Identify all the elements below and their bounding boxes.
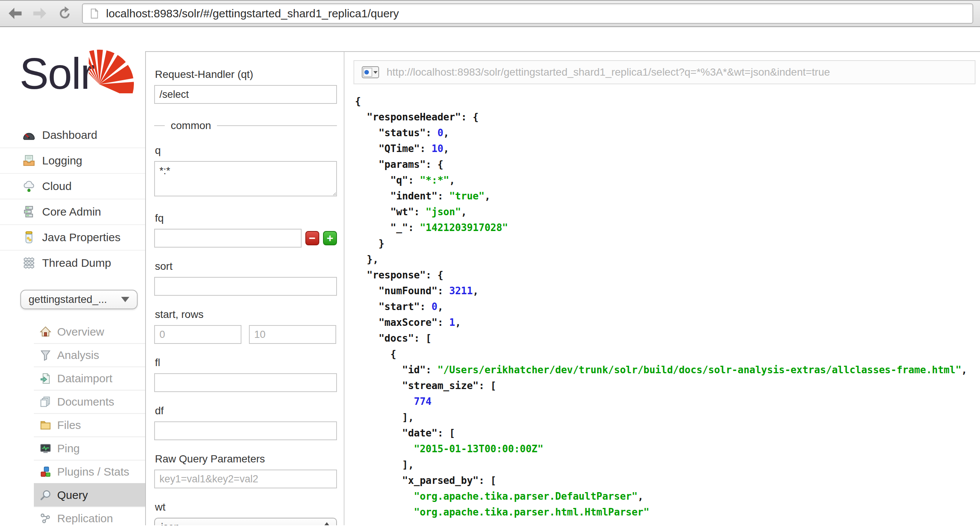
remove-fq-button[interactable]: −	[305, 231, 319, 245]
documents-icon	[40, 396, 51, 408]
fq-label: fq	[155, 212, 337, 224]
sidebar-item-label: Thread Dump	[42, 257, 111, 269]
core-item-files[interactable]: Files	[34, 413, 145, 437]
fq-input[interactable]	[154, 229, 302, 247]
sidebar-item-dashboard[interactable]: Dashboard	[0, 123, 145, 148]
replication-icon	[40, 513, 51, 524]
page-favicon-icon	[89, 8, 100, 19]
core-item-label: Query	[57, 489, 88, 502]
wt-label: wt	[155, 501, 337, 513]
plugins-icon	[40, 466, 51, 477]
core-item-query[interactable]: Query	[34, 483, 145, 507]
add-fq-button[interactable]: +	[323, 231, 337, 245]
overview-icon	[40, 326, 51, 338]
analysis-icon	[40, 349, 51, 361]
sort-input[interactable]	[154, 277, 337, 296]
core-item-plugins-stats[interactable]: Plugins / Stats	[34, 460, 145, 483]
core-item-ping[interactable]: Ping	[34, 437, 145, 460]
request-handler-input[interactable]	[154, 85, 337, 104]
browser-url-bar[interactable]: localhost:8983/solr/#/gettingstarted_sha…	[82, 3, 973, 24]
sidebar: Solr DashboardLoggingCloudCore AdminJava…	[0, 27, 145, 525]
core-item-label: Analysis	[57, 349, 99, 362]
forward-arrow-icon	[33, 7, 47, 20]
sidebar-item-core-admin[interactable]: Core Admin	[0, 199, 145, 224]
request-handler-label: Request-Handler (qt)	[155, 69, 337, 81]
solr-admin-window: localhost:8983/solr/#/gettingstarted_sha…	[0, 0, 980, 526]
wt-select[interactable]: json	[154, 518, 337, 525]
cloud-icon	[22, 180, 35, 193]
sidebar-main-nav: DashboardLoggingCloudCore AdminJava Prop…	[0, 123, 145, 276]
browser-forward-button[interactable]	[30, 4, 49, 23]
browser-url-text: localhost:8983/solr/#/gettingstarted_sha…	[106, 7, 399, 20]
sidebar-item-logging[interactable]: Logging	[0, 148, 145, 173]
browser-chrome: localhost:8983/solr/#/gettingstarted_sha…	[0, 0, 980, 27]
wt-select-value: json	[161, 521, 323, 526]
start-rows-label: start, rows	[155, 309, 337, 320]
fl-label: fl	[155, 357, 337, 369]
logging-icon	[22, 154, 35, 167]
reload-icon	[57, 6, 72, 21]
chevron-down-icon	[121, 297, 129, 302]
query-icon	[40, 489, 51, 501]
sidebar-item-cloud[interactable]: Cloud	[0, 173, 145, 199]
core-item-overview[interactable]: Overview	[34, 320, 145, 343]
json-response: { "responseHeader": { "status": 0, "QTim…	[355, 93, 975, 520]
browser-back-button[interactable]	[5, 4, 25, 23]
core-item-label: Overview	[57, 325, 104, 338]
select-arrows-icon	[323, 521, 330, 525]
solr-admin-page: Solr DashboardLoggingCloudCore AdminJava…	[0, 27, 980, 525]
sort-label: sort	[155, 260, 337, 273]
sidebar-item-java-properties[interactable]: Java Properties	[0, 224, 145, 250]
sidebar-item-label: Cloud	[42, 180, 72, 193]
core-item-label: Dataimport	[57, 372, 113, 385]
sidebar-item-label: Dashboard	[42, 129, 97, 142]
request-url-bar[interactable]: http://localhost:8983/solr/gettingstarte…	[353, 60, 975, 84]
rows-input[interactable]	[249, 325, 336, 344]
core-item-label: Ping	[57, 442, 80, 455]
thread-dump-icon	[22, 257, 35, 269]
files-icon	[40, 419, 51, 431]
sidebar-item-label: Logging	[42, 154, 82, 167]
fl-input[interactable]	[154, 373, 337, 392]
query-form: Request-Handler (qt) common q *:* fq − +…	[146, 52, 344, 525]
request-url-text: http://localhost:8983/solr/gettingstarte…	[387, 66, 830, 78]
core-item-label: Files	[57, 419, 81, 432]
core-item-replication[interactable]: Replication	[34, 507, 145, 526]
q-label: q	[155, 145, 337, 156]
ping-icon	[40, 443, 51, 454]
core-item-label: Documents	[57, 395, 115, 408]
core-item-dataimport[interactable]: Dataimport	[34, 367, 145, 390]
common-section-legend: common	[154, 120, 337, 132]
q-textarea[interactable]: *:*	[154, 161, 337, 196]
back-arrow-icon	[8, 7, 22, 20]
raw-query-parameters-label: Raw Query Parameters	[155, 453, 337, 465]
df-input[interactable]	[154, 421, 337, 440]
query-result-panel: http://localhost:8983/solr/gettingstarte…	[344, 52, 980, 525]
core-item-documents[interactable]: Documents	[34, 390, 145, 413]
sidebar-item-thread-dump[interactable]: Thread Dump	[0, 250, 145, 276]
browser-reload-button[interactable]	[55, 4, 75, 23]
core-item-label: Plugins / Stats	[57, 465, 129, 478]
url-options-icon[interactable]	[362, 66, 379, 78]
core-admin-icon	[22, 206, 35, 218]
common-section-label: common	[171, 120, 211, 132]
core-selector-dropdown[interactable]: gettingstarted_...	[20, 290, 138, 309]
solr-logo-burst-icon	[89, 47, 135, 93]
solr-logo[interactable]: Solr	[19, 51, 132, 102]
core-item-label: Replication	[57, 512, 113, 525]
java-properties-icon	[22, 231, 35, 244]
df-label: df	[155, 405, 337, 417]
raw-query-parameters-input[interactable]	[154, 470, 337, 488]
sidebar-item-label: Core Admin	[42, 206, 101, 218]
sidebar-core-nav: OverviewAnalysisDataimportDocumentsFiles…	[0, 320, 145, 526]
dashboard-icon	[22, 129, 35, 142]
core-item-analysis[interactable]: Analysis	[34, 343, 145, 367]
dataimport-icon	[40, 373, 51, 384]
start-input[interactable]	[154, 325, 242, 344]
sidebar-item-label: Java Properties	[42, 231, 120, 244]
solr-logo-text: Solr	[19, 49, 94, 98]
core-selector-value: gettingstarted_...	[29, 293, 121, 306]
